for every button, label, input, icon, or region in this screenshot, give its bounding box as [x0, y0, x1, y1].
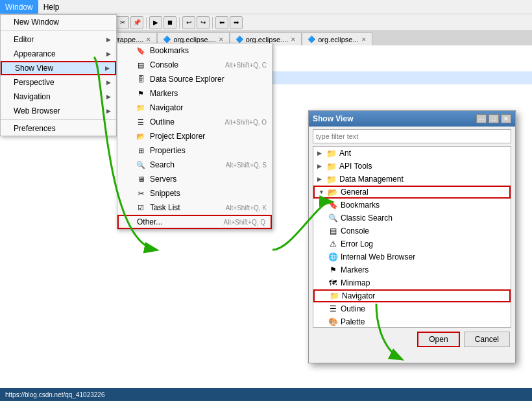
submenu-datasource[interactable]: 🗄 Data Source Explorer — [117, 72, 272, 86]
dialog-title-buttons: — □ ✕ — [476, 114, 511, 123]
api-tools-folder-icon: 📁 — [326, 162, 337, 171]
menu-preferences[interactable]: Preferences — [1, 121, 116, 136]
tree-item-minimap[interactable]: 🗺 Minimap — [313, 276, 511, 289]
tab-4-close[interactable]: ✕ — [361, 36, 367, 43]
submenu-bookmarks[interactable]: 🔖 Bookmarks — [117, 43, 272, 58]
submenu-project-explorer[interactable]: 📂 Project Explorer — [117, 129, 272, 143]
menu-perspective[interactable]: Perspective ▶ — [1, 75, 116, 90]
search-icon: 🔍 — [136, 160, 146, 170]
window-menu-dropdown: New Window Editor ▶ Appearance ▶ Show Vi… — [0, 14, 117, 136]
tree-item-data-management[interactable]: ▶ 📁 Data Management — [313, 173, 511, 186]
dialog-search-input[interactable] — [313, 129, 511, 143]
tree-item-internal-web-browser[interactable]: 🌐 Internal Web Browser — [313, 250, 511, 263]
menu-editor[interactable]: Editor ▶ — [1, 32, 116, 47]
menu-show-view-arrow: ▶ — [105, 65, 110, 71]
toolbar-btn-15[interactable]: ➡ — [230, 16, 243, 29]
submenu-markers[interactable]: ⚑ Markers — [117, 86, 272, 101]
tree-item-error-log[interactable]: ⚠ Error Log — [313, 237, 511, 250]
web-browser-tree-icon: 🌐 — [328, 252, 338, 262]
project-explorer-icon: 📂 — [136, 131, 146, 141]
tab-2-label: org.eclipse.... — [173, 36, 215, 43]
help-menu-item[interactable]: Help — [38, 0, 65, 14]
navigator-tree-icon: 📁 — [329, 291, 339, 301]
api-tools-arrow: ▶ — [317, 163, 324, 169]
palette-tree-icon: 🎨 — [328, 317, 338, 327]
tab-2-close[interactable]: ✕ — [219, 36, 224, 43]
dialog-title: Show View — [313, 114, 353, 123]
submenu-properties[interactable]: ⊞ Properties — [117, 143, 272, 158]
ant-folder-icon: 📁 — [326, 149, 337, 158]
tab-4[interactable]: 🔷 org.eclipse... ✕ — [302, 32, 372, 45]
dialog-buttons-area: Open Cancel — [309, 328, 515, 351]
tree-item-palette[interactable]: 🎨 Palette — [313, 315, 511, 328]
tab-1-close[interactable]: ✕ — [146, 36, 151, 43]
tree-item-outline[interactable]: ☰ Outline — [313, 302, 511, 315]
classic-search-tree-icon: 🔍 — [328, 213, 338, 223]
dialog-minimize-btn[interactable]: — — [476, 114, 487, 123]
toolbar-btn-13[interactable]: ↪ — [197, 16, 210, 29]
toolbar-btn-10[interactable]: ▶ — [149, 16, 162, 29]
menu-new-window[interactable]: New Window — [1, 15, 116, 29]
tab-3-label: org.eclipse.... — [246, 36, 288, 43]
markers-tree-icon: ⚑ — [328, 265, 338, 275]
menu-show-view[interactable]: Show View ▶ — [1, 61, 116, 75]
menubar: Window Help — [0, 0, 532, 14]
toolbar-sep-5 — [179, 17, 180, 29]
menu-navigation-arrow: ▶ — [106, 93, 111, 100]
tree-item-navigator[interactable]: 📁 Navigator — [313, 289, 511, 302]
data-mgmt-folder-icon: 📁 — [326, 175, 337, 184]
outline-tree-icon: ☰ — [328, 304, 338, 314]
menu-appearance-arrow: ▶ — [106, 51, 111, 57]
general-folder-icon: 📂 — [328, 188, 338, 197]
submenu-task-list[interactable]: ☑ Task List Alt+Shift+Q, K — [117, 200, 272, 215]
other-shortcut: Alt+Shift+Q, Q — [224, 219, 265, 226]
menu-perspective-arrow: ▶ — [106, 79, 111, 86]
tab-3-icon: 🔷 — [236, 36, 243, 43]
open-button[interactable]: Open — [417, 332, 459, 347]
submenu-servers[interactable]: 🖥 Servers — [117, 172, 272, 186]
dialog-maximize-btn[interactable]: □ — [489, 114, 499, 123]
markers-icon: ⚑ — [136, 88, 146, 99]
submenu-navigator[interactable]: 📁 Navigator — [117, 101, 272, 115]
menu-appearance[interactable]: Appearance ▶ — [1, 47, 116, 61]
bookmarks-icon: 🔖 — [136, 45, 146, 56]
tree-item-ant[interactable]: ▶ 📁 Ant — [313, 147, 511, 160]
task-list-icon: ☑ — [136, 202, 146, 213]
window-menu-item[interactable]: Window — [0, 0, 38, 14]
submenu-console[interactable]: ▤ Console Alt+Shift+Q, C — [117, 58, 272, 72]
tree-item-markers[interactable]: ⚑ Markers — [313, 263, 511, 276]
tree-item-console[interactable]: ▤ Console — [313, 225, 511, 237]
task-list-shortcut: Alt+Shift+Q, K — [226, 204, 267, 212]
dialog-titlebar: Show View — □ ✕ — [309, 111, 515, 127]
toolbar-btn-11[interactable]: ⏹ — [163, 16, 176, 29]
outline-icon: ☰ — [136, 117, 146, 127]
snippets-icon: ✂ — [136, 188, 146, 199]
menu-editor-arrow: ▶ — [106, 36, 111, 43]
menu-sep-1 — [1, 30, 116, 31]
submenu-outline[interactable]: ☰ Outline Alt+Shift+Q, O — [117, 115, 272, 129]
dialog-tree[interactable]: ▶ 📁 Ant ▶ 📁 API Tools ▶ 📁 Data Managemen… — [313, 146, 511, 328]
toolbar-btn-9[interactable]: 📌 — [130, 16, 143, 29]
submenu-search[interactable]: 🔍 Search Alt+Shift+Q, S — [117, 158, 272, 172]
tab-3-close[interactable]: ✕ — [291, 36, 296, 43]
toolbar-sep-4 — [146, 17, 147, 29]
menu-navigation[interactable]: Navigation ▶ — [1, 90, 116, 104]
tree-item-api-tools[interactable]: ▶ 📁 API Tools — [313, 160, 511, 173]
toolbar-btn-12[interactable]: ↩ — [182, 16, 195, 29]
tree-item-bookmarks[interactable]: 🔖 Bookmarks — [313, 199, 511, 212]
toolbar-btn-8[interactable]: ✂ — [116, 16, 129, 29]
navigator-icon: 📁 — [136, 103, 146, 113]
menu-web-browser[interactable]: Web Browser ▶ — [1, 104, 116, 118]
tree-item-classic-search[interactable]: 🔍 Classic Search — [313, 212, 511, 225]
submenu-snippets[interactable]: ✂ Snippets — [117, 186, 272, 200]
data-mgmt-arrow: ▶ — [317, 176, 324, 182]
submenu-other[interactable]: Other... Alt+Shift+Q, Q — [117, 215, 272, 229]
bookmarks-tree-icon: 🔖 — [328, 200, 338, 210]
outline-shortcut: Alt+Shift+Q, O — [225, 119, 267, 126]
dialog-close-btn[interactable]: ✕ — [501, 114, 511, 123]
minimap-tree-icon: 🗺 — [328, 278, 338, 288]
tree-item-general[interactable]: ▼ 📂 General — [313, 186, 511, 199]
cancel-button[interactable]: Cancel — [464, 332, 510, 347]
tab-2-icon: 🔷 — [163, 36, 171, 43]
toolbar-btn-14[interactable]: ⬅ — [215, 16, 228, 29]
